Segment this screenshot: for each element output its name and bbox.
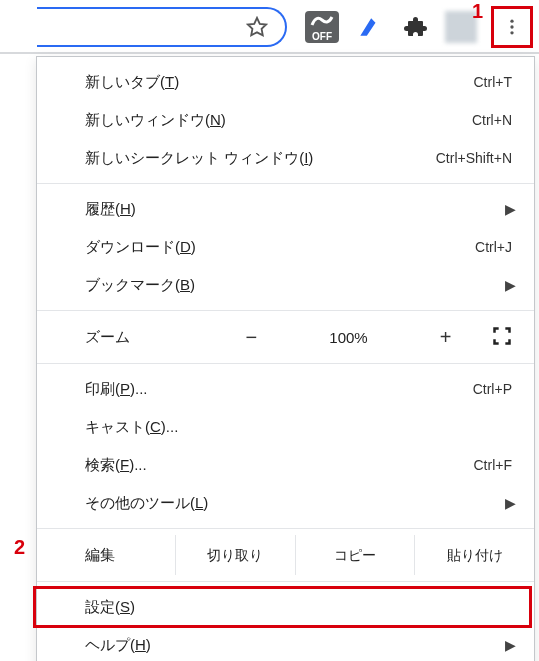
menu-settings[interactable]: 設定(S) (37, 588, 534, 626)
menu-incognito[interactable]: 新しいシークレット ウィンドウ(I) Ctrl+Shift+N (37, 139, 534, 177)
chevron-right-icon: ▶ (505, 637, 516, 653)
menu-downloads[interactable]: ダウンロード(D) Ctrl+J (37, 228, 534, 266)
shortcut-label: Ctrl+N (472, 112, 512, 128)
menu-new-tab[interactable]: 新しいタブ(T) Ctrl+T (37, 63, 534, 101)
zoom-label: ズーム (85, 328, 205, 347)
edit-label: 編集 (85, 546, 175, 565)
menu-new-window[interactable]: 新しいウィンドウ(N) Ctrl+N (37, 101, 534, 139)
annotation-2: 2 (14, 536, 25, 559)
kebab-menu-icon[interactable] (496, 11, 528, 43)
shortcut-label: Ctrl+F (474, 457, 513, 473)
shortcut-label: Ctrl+P (473, 381, 512, 397)
menu-print[interactable]: 印刷(P)... Ctrl+P (37, 370, 534, 408)
edit-cut-button[interactable]: 切り取り (175, 535, 295, 575)
annotation-1: 1 (472, 0, 483, 23)
shortcut-label: Ctrl+T (474, 74, 513, 90)
toolbar-divider (0, 52, 539, 54)
zoom-percent: 100% (329, 329, 367, 346)
menu-separator (37, 183, 534, 184)
zoom-in-button[interactable]: + (431, 326, 461, 349)
zoom-out-button[interactable]: − (236, 326, 266, 349)
menu-separator (37, 581, 534, 582)
menu-cast[interactable]: キャスト(C)... (37, 408, 534, 446)
menu-separator (37, 310, 534, 311)
menu-bookmarks[interactable]: ブックマーク(B) ▶ (37, 266, 534, 304)
fullscreen-icon[interactable] (492, 326, 512, 349)
chrome-main-menu: 新しいタブ(T) Ctrl+T 新しいウィンドウ(N) Ctrl+N 新しいシー… (36, 56, 535, 661)
menu-find[interactable]: 検索(F)... Ctrl+F (37, 446, 534, 484)
shortcut-label: Ctrl+J (475, 239, 512, 255)
menu-history[interactable]: 履歴(H) ▶ (37, 190, 534, 228)
edit-paste-button[interactable]: 貼り付け (414, 535, 534, 575)
svg-marker-0 (248, 18, 266, 35)
edit-copy-button[interactable]: コピー (295, 535, 415, 575)
extension-off-label: OFF (312, 31, 332, 42)
address-bar[interactable] (37, 7, 287, 47)
chevron-right-icon: ▶ (505, 495, 516, 511)
menu-more-tools[interactable]: その他のツール(L) ▶ (37, 484, 534, 522)
svg-point-1 (510, 20, 513, 23)
menu-zoom: ズーム − 100% + (37, 317, 534, 357)
chrome-menu-button-highlight (491, 6, 533, 48)
feather-extension-icon[interactable] (353, 11, 385, 43)
menu-edit-row: 編集 切り取り コピー 貼り付け (37, 535, 534, 575)
browser-toolbar: OFF (0, 0, 539, 54)
extension-off-badge[interactable]: OFF (305, 11, 339, 43)
svg-point-2 (510, 25, 513, 28)
menu-separator (37, 528, 534, 529)
star-icon[interactable] (241, 11, 273, 43)
extensions-icon[interactable] (399, 11, 431, 43)
chevron-right-icon: ▶ (505, 201, 516, 217)
menu-separator (37, 363, 534, 364)
shortcut-label: Ctrl+Shift+N (436, 150, 512, 166)
svg-point-3 (510, 31, 513, 34)
chevron-right-icon: ▶ (505, 277, 516, 293)
menu-help[interactable]: ヘルプ(H) ▶ (37, 626, 534, 661)
